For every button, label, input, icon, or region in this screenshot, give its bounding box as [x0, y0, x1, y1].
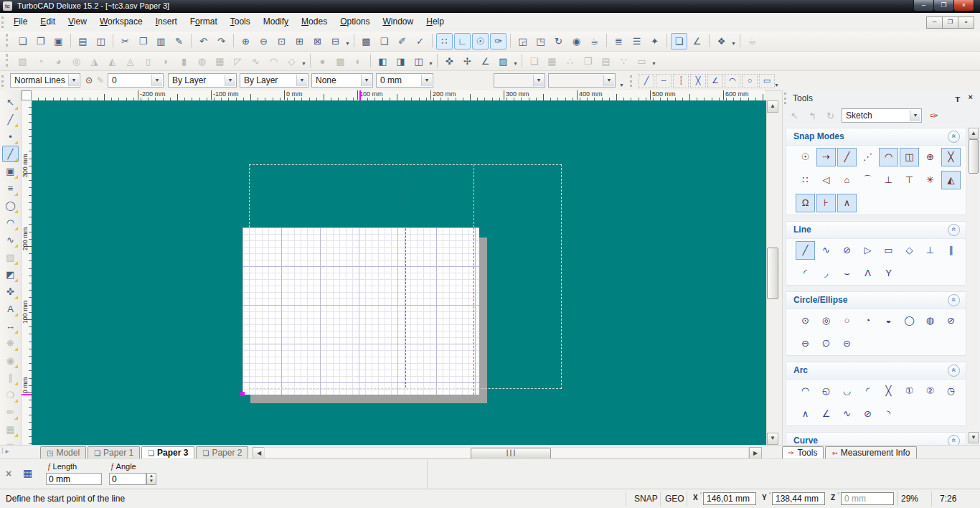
- snap-divide-icon[interactable]: ✳: [920, 171, 940, 189]
- boolean-intersect-icon[interactable]: ◫: [410, 53, 427, 70]
- panel-scrollbar[interactable]: ▲ ▼: [969, 128, 979, 443]
- menu-file[interactable]: File: [7, 13, 34, 29]
- toolbar-overflow-icon[interactable]: ▼: [730, 33, 737, 48]
- multiline-tool-icon[interactable]: ≡: [2, 180, 19, 197]
- assemble-rotate-icon[interactable]: ✢: [459, 53, 476, 70]
- angle-input[interactable]: [109, 473, 146, 485]
- ortho-toggle-icon[interactable]: ∟: [454, 33, 471, 50]
- arc-triple-point-icon[interactable]: ◜: [858, 382, 877, 400]
- text-tool-icon[interactable]: A: [2, 301, 19, 317]
- copy-icon[interactable]: ❒: [135, 33, 151, 50]
- circle-concentric-icon[interactable]: ◎: [816, 311, 836, 330]
- transform-icon[interactable]: ≣: [611, 33, 627, 50]
- color-combo[interactable]: By Layer▼: [240, 73, 308, 88]
- line-width-combo[interactable]: 0 mm▼: [376, 73, 433, 88]
- propbar-drag-handle[interactable]: [1, 75, 6, 87]
- menu-window[interactable]: Window: [377, 13, 420, 29]
- collapse-chevron-icon[interactable]: «: [948, 224, 960, 236]
- tab-paper-2[interactable]: ❏Paper 2: [196, 446, 248, 459]
- mdi-restore-button[interactable]: ❐: [942, 17, 958, 29]
- zoom-previous-icon[interactable]: ⊟: [327, 33, 344, 50]
- boolean-add-icon[interactable]: ◧: [374, 53, 391, 70]
- snap-tangent-icon[interactable]: ⌒: [858, 171, 877, 189]
- rectangle-tool-icon[interactable]: ▣: [2, 163, 19, 179]
- arc-double-point-icon[interactable]: ◡: [837, 382, 857, 400]
- toolbar-overflow-icon[interactable]: ▼: [618, 75, 625, 90]
- measure-angle-icon[interactable]: ∠: [477, 53, 494, 70]
- line-tool-icon[interactable]: ╱: [2, 146, 19, 162]
- snap-vertical-trace-icon[interactable]: ⊦: [816, 194, 836, 212]
- toolbar-drag-handle[interactable]: [6, 54, 10, 67]
- print-icon[interactable]: ▤: [75, 33, 91, 50]
- snap-angle-icon[interactable]: ◁: [816, 171, 836, 189]
- open-icon[interactable]: ❐: [32, 33, 49, 50]
- arc-tan-entity-icon[interactable]: ∠: [816, 405, 836, 423]
- style-round-rect-icon[interactable]: ▭: [759, 74, 775, 88]
- snap-perpendicular-icon[interactable]: ⊥: [879, 171, 898, 189]
- menu-edit[interactable]: Edit: [34, 13, 62, 29]
- copy-entities-icon[interactable]: ◲: [514, 33, 531, 50]
- style-hatch-icon[interactable]: ╳: [690, 74, 706, 88]
- visibility-eye-icon[interactable]: ⊙: [83, 73, 95, 88]
- pen-width-combo[interactable]: 0▼: [108, 73, 164, 88]
- snap-nearest-icon[interactable]: ╱: [837, 148, 857, 166]
- style-circle-icon[interactable]: ○: [742, 74, 758, 88]
- palette-icon[interactable]: ✦: [646, 33, 663, 50]
- minimize-button[interactable]: –: [913, 0, 934, 11]
- save-icon[interactable]: ▣: [50, 33, 67, 50]
- scrollbar-thumb[interactable]: [969, 139, 979, 174]
- zoom-out-icon[interactable]: ⊖: [255, 33, 272, 50]
- tab-measurement-info[interactable]: ➳Measurement Info: [825, 446, 916, 459]
- snap-angular-icon[interactable]: ∧: [837, 194, 857, 212]
- menu-options[interactable]: Options: [334, 13, 376, 29]
- view-cube-icon[interactable]: ◳: [532, 33, 549, 50]
- select-tool-icon[interactable]: ↖: [2, 94, 19, 110]
- arc-center-radius-icon[interactable]: ◠: [796, 382, 815, 400]
- snap-on-graphic-icon[interactable]: ⋰: [858, 148, 877, 166]
- arc-start-end-included-icon[interactable]: ①: [900, 382, 919, 400]
- snap-arc-center-icon[interactable]: ◠: [879, 148, 898, 166]
- hatch-pattern-icon[interactable]: ▨: [495, 53, 512, 70]
- z-coordinate-field[interactable]: 0 mm: [841, 492, 894, 505]
- toolbar-overflow-icon[interactable]: ▼: [428, 53, 434, 68]
- toolbar-overflow-icon[interactable]: ▼: [301, 53, 307, 68]
- sketch-style-combo[interactable]: Sketch▼: [842, 108, 922, 123]
- pen-style-combo[interactable]: Normal Lines▼: [10, 73, 80, 88]
- collapse-chevron-icon[interactable]: «: [948, 131, 960, 143]
- tabrow-drag-handle[interactable]: ⁞ ▸: [1, 447, 9, 455]
- snap-quadrant-icon[interactable]: ◫: [900, 148, 919, 166]
- insert-object-icon[interactable]: ❑: [376, 33, 392, 50]
- panel-drag-handle[interactable]: [784, 93, 788, 104]
- format-painter-icon[interactable]: ✎: [171, 33, 187, 50]
- arc-concentric-icon[interactable]: ◵: [816, 382, 836, 400]
- snap-intersection-icon[interactable]: ╳: [941, 148, 961, 166]
- tab-tools[interactable]: ✑Tools: [782, 446, 824, 459]
- canvas-vertical-scrollbar[interactable]: ▲ ▼: [766, 100, 778, 445]
- circle-tan-to-line-icon[interactable]: ◔: [858, 311, 877, 330]
- style-vline-icon[interactable]: ┆: [673, 74, 689, 88]
- line-parallel-icon[interactable]: ∥: [941, 241, 961, 260]
- circle-tool-icon[interactable]: ◯: [2, 197, 19, 214]
- line-tangent-from-arc-icon[interactable]: ◞: [816, 264, 836, 283]
- line-perpendicular-icon[interactable]: ⊥: [920, 241, 940, 260]
- move-tool-icon[interactable]: ✜: [2, 283, 19, 300]
- menu-help[interactable]: Help: [420, 13, 451, 29]
- inspector-close-icon[interactable]: ×: [6, 468, 11, 479]
- redo-icon[interactable]: ↷: [213, 33, 230, 50]
- line-single-icon[interactable]: ╱: [796, 241, 815, 260]
- style-angle-icon[interactable]: ∠: [707, 74, 723, 88]
- dimension-tool-icon[interactable]: ↔: [2, 318, 19, 334]
- paste-icon[interactable]: ▥: [153, 33, 169, 50]
- undo-icon[interactable]: ↶: [195, 33, 212, 50]
- scroll-up-icon[interactable]: ▲: [767, 100, 778, 113]
- toolbar-overflow-icon[interactable]: ▼: [512, 53, 519, 68]
- style-line-icon[interactable]: ╱: [639, 74, 654, 88]
- walk-view-icon[interactable]: ◉: [568, 33, 585, 50]
- length-input[interactable]: [46, 473, 102, 485]
- help-book-icon[interactable]: ❖: [713, 33, 730, 50]
- menu-insert[interactable]: Insert: [149, 13, 184, 29]
- zoom-window-icon[interactable]: ⊡: [273, 33, 290, 50]
- circle-tan-3-icon[interactable]: ◍: [920, 311, 940, 330]
- panel-close-icon[interactable]: ×: [969, 93, 973, 101]
- circle-tan-point-icon[interactable]: ⊘: [941, 311, 961, 330]
